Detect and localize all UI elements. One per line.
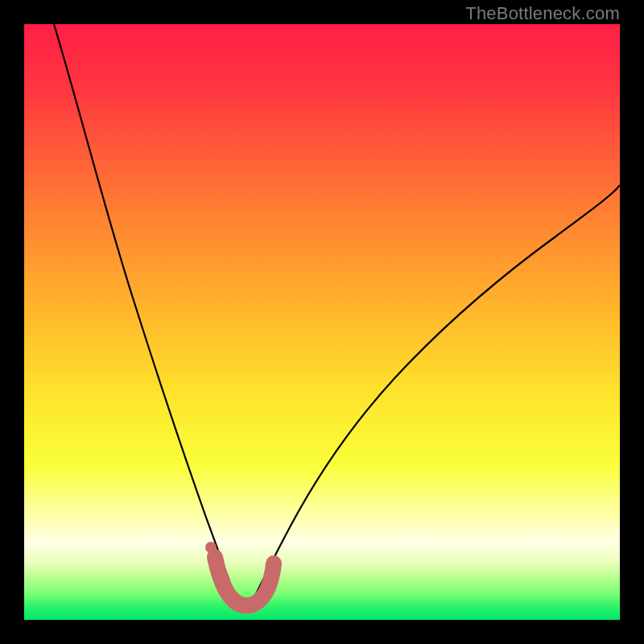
trough-marker-dot	[205, 542, 217, 553]
chart-curves	[24, 24, 620, 620]
curve-right-branch	[250, 185, 620, 605]
plot-frame	[24, 24, 620, 620]
watermark-text: TheBottleneck.com	[465, 3, 620, 24]
trough-marker	[215, 557, 274, 605]
curve-left-branch	[54, 24, 238, 605]
